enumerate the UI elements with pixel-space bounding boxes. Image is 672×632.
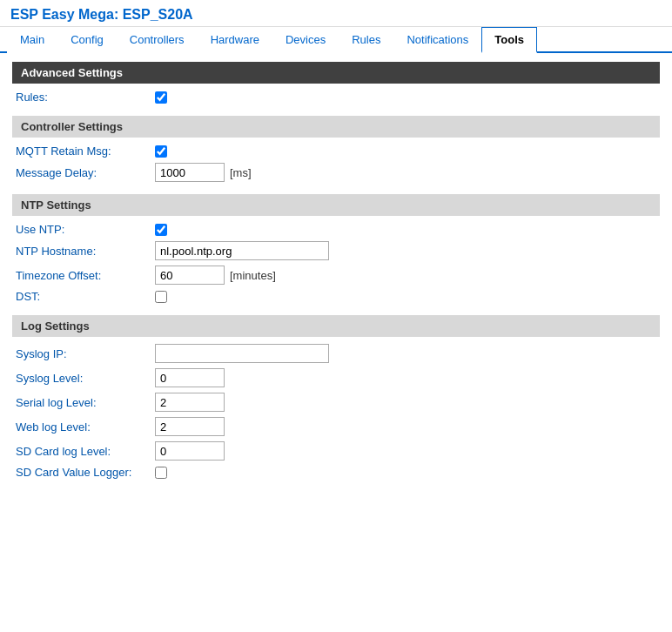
dst-checkbox[interactable] <box>155 291 167 303</box>
ntp-hostname-label: NTP Hostname: <box>16 245 155 258</box>
web-level-input[interactable] <box>155 417 225 436</box>
syslog-ip-input[interactable] <box>155 344 329 363</box>
sdcard-level-label: SD Card log Level: <box>16 445 155 458</box>
sdcard-logger-checkbox[interactable] <box>155 467 167 479</box>
controller-settings-header: Controller Settings <box>12 116 660 138</box>
mqtt-retain-row: MQTT Retain Msg: <box>12 145 660 158</box>
message-delay-label: Message Delay: <box>16 166 155 179</box>
message-delay-unit: [ms] <box>230 166 252 179</box>
serial-level-input[interactable] <box>155 393 225 412</box>
advanced-settings-section: Advanced Settings Rules: <box>12 62 660 104</box>
tab-tools[interactable]: Tools <box>481 27 537 53</box>
web-level-label: Web log Level: <box>16 420 155 434</box>
tab-rules[interactable]: Rules <box>339 27 393 53</box>
tab-hardware[interactable]: Hardware <box>198 27 272 53</box>
syslog-level-input[interactable] <box>155 368 225 387</box>
syslog-ip-row: Syslog IP: <box>12 344 660 363</box>
ntp-settings-header: NTP Settings <box>12 194 660 216</box>
tab-notifications[interactable]: Notifications <box>393 27 481 53</box>
syslog-level-row: Syslog Level: <box>12 368 660 387</box>
tab-devices[interactable]: Devices <box>272 27 339 53</box>
tab-config[interactable]: Config <box>57 27 117 53</box>
page-title: ESP Easy Mega: ESP_S20A <box>10 7 662 23</box>
title-bar: ESP Easy Mega: ESP_S20A <box>0 0 672 27</box>
sdcard-logger-row: SD Card Value Logger: <box>12 466 660 479</box>
syslog-ip-label: Syslog IP: <box>16 347 155 360</box>
controller-settings-section: Controller Settings MQTT Retain Msg: Mes… <box>12 116 660 182</box>
log-settings-section: Log Settings Syslog IP: Syslog Level: Se… <box>12 315 660 479</box>
rules-label: Rules: <box>16 91 155 104</box>
log-settings-header: Log Settings <box>12 315 660 337</box>
ntp-hostname-input[interactable] <box>155 241 329 260</box>
message-delay-input[interactable] <box>155 163 225 182</box>
message-delay-row: Message Delay: [ms] <box>12 163 660 182</box>
mqtt-retain-checkbox[interactable] <box>155 145 167 158</box>
sdcard-level-input[interactable] <box>155 441 225 461</box>
rules-row: Rules: <box>12 91 660 104</box>
web-level-row: Web log Level: <box>12 417 660 436</box>
use-ntp-row: Use NTP: <box>12 223 660 236</box>
tab-controllers[interactable]: Controllers <box>117 27 198 53</box>
nav-tabs: Main Config Controllers Hardware Devices… <box>0 27 672 53</box>
tab-main[interactable]: Main <box>7 27 57 53</box>
timezone-label: Timezone Offset: <box>16 269 155 282</box>
advanced-settings-header: Advanced Settings <box>12 62 660 84</box>
serial-level-label: Serial log Level: <box>16 396 155 409</box>
rules-checkbox[interactable] <box>155 91 167 104</box>
ntp-hostname-row: NTP Hostname: <box>12 241 660 260</box>
timezone-row: Timezone Offset: [minutes] <box>12 266 660 285</box>
ntp-settings-section: NTP Settings Use NTP: NTP Hostname: Time… <box>12 194 660 303</box>
syslog-level-label: Syslog Level: <box>16 372 155 385</box>
main-content: Advanced Settings Rules: Controller Sett… <box>0 53 672 615</box>
dst-row: DST: <box>12 290 660 303</box>
mqtt-retain-label: MQTT Retain Msg: <box>16 145 155 158</box>
sdcard-logger-label: SD Card Value Logger: <box>16 466 155 479</box>
use-ntp-checkbox[interactable] <box>155 224 167 236</box>
serial-level-row: Serial log Level: <box>12 393 660 412</box>
use-ntp-label: Use NTP: <box>16 223 155 236</box>
dst-label: DST: <box>16 290 155 303</box>
sdcard-level-row: SD Card log Level: <box>12 441 660 461</box>
timezone-unit: [minutes] <box>230 269 276 282</box>
timezone-input[interactable] <box>155 266 225 285</box>
